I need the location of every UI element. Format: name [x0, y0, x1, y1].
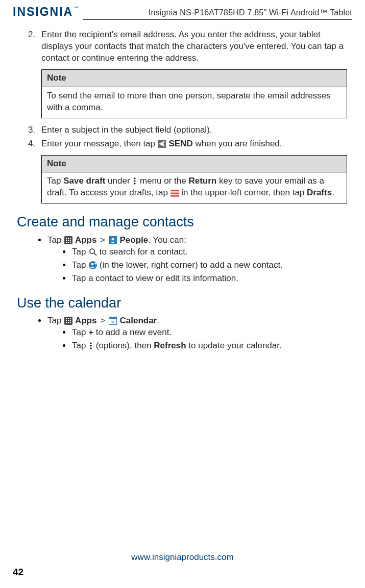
- svg-point-9: [67, 237, 69, 239]
- note-box-2: Note Tap Save draft under menu or the Re…: [41, 155, 347, 204]
- note-body: Tap Save draft under menu or the Return …: [42, 172, 347, 203]
- text-segment: .: [157, 316, 159, 325]
- section-heading-contacts: Create and manage contacts: [17, 213, 348, 231]
- svg-point-18: [112, 238, 114, 240]
- list-item: Tap Apps > People. You can: Tap to searc…: [38, 235, 348, 285]
- save-draft-label: Save draft: [63, 176, 105, 186]
- people-label: People: [119, 235, 148, 245]
- note-body: To send the email to more than one perso…: [42, 87, 347, 118]
- send-icon: [158, 139, 166, 148]
- add-contact-icon: [88, 261, 97, 269]
- list-item: Tap to search for a contact.: [63, 246, 348, 258]
- svg-point-30: [67, 320, 69, 322]
- svg-point-21: [89, 261, 97, 269]
- svg-point-34: [69, 322, 71, 324]
- text-segment: (in the lower, right corner) to add a ne…: [97, 260, 283, 270]
- step-number: 4.: [28, 138, 41, 150]
- calendar-icon: 31: [109, 316, 117, 325]
- note-box-1: Note To send the email to more than one …: [41, 69, 347, 118]
- calendar-sublist: Tap + to add a new event. Tap (options),…: [63, 327, 348, 352]
- text-segment: to update your calendar.: [186, 341, 282, 350]
- list-item: Tap a contact to view or edit its inform…: [63, 273, 348, 285]
- step-number: 3.: [28, 124, 41, 136]
- menu-dots-icon: [88, 341, 93, 350]
- step-list-b: 3. Enter a subject in the subject field …: [28, 124, 348, 150]
- list-item: Tap + to add a new event.: [63, 327, 348, 339]
- apps-icon: [64, 316, 72, 325]
- svg-point-10: [69, 237, 71, 239]
- list-item: Tap Apps > 31 Calendar. Tap + to add a n…: [38, 315, 348, 352]
- text-segment: (options), then: [93, 341, 154, 350]
- svg-point-32: [65, 322, 67, 324]
- svg-point-3: [134, 183, 136, 185]
- brand-text: INSIGNIA: [13, 4, 73, 20]
- section-heading-calendar: Use the calendar: [17, 294, 348, 312]
- text-segment: Tap: [47, 235, 64, 245]
- text-segment: Tap: [47, 316, 64, 325]
- contacts-list: Tap Apps > People. You can: Tap to searc…: [38, 235, 348, 285]
- brand-logo: INSIGNIA™: [13, 4, 78, 20]
- text-segment: Tap: [72, 247, 88, 257]
- calendar-label: Calendar: [119, 316, 157, 325]
- svg-point-33: [67, 322, 69, 324]
- product-title: Insignia NS-P16AT785HD 7.85" Wi-Fi Andro…: [149, 7, 352, 18]
- text-segment: Enter your message, then tap: [41, 139, 158, 148]
- text-segment: to search for a contact.: [97, 247, 188, 257]
- plus-label: +: [88, 327, 93, 337]
- svg-point-38: [90, 342, 92, 344]
- svg-point-1: [134, 178, 136, 180]
- return-key-label: Return: [188, 176, 216, 186]
- step-text: Enter your message, then tap SEND when y…: [41, 138, 348, 150]
- step-3: 3. Enter a subject in the subject field …: [28, 124, 348, 136]
- svg-point-14: [65, 241, 67, 243]
- text-segment: when you are finished.: [193, 139, 282, 148]
- text-segment: Tap: [72, 327, 88, 337]
- text-segment: in the upper-left corner, then tap: [179, 188, 307, 197]
- contacts-sublist: Tap to search for a contact. Tap (in the…: [63, 246, 348, 285]
- trademark-symbol: ™: [74, 5, 78, 11]
- text-segment: Tap: [72, 260, 88, 270]
- svg-point-31: [69, 320, 71, 322]
- search-icon: [88, 247, 97, 256]
- text-segment: .: [332, 188, 334, 197]
- svg-point-39: [90, 345, 92, 346]
- apps-icon: [64, 236, 72, 244]
- svg-rect-24: [95, 262, 95, 264]
- svg-text:31: 31: [111, 320, 115, 324]
- svg-point-22: [91, 263, 93, 265]
- svg-rect-4: [171, 190, 179, 192]
- list-item: Tap (options), then Refresh to update yo…: [63, 340, 348, 352]
- svg-point-11: [65, 239, 67, 241]
- footer-url: www.insigniaproducts.com: [13, 552, 352, 564]
- list-item: Tap (in the lower, right corner) to add …: [63, 260, 348, 271]
- svg-point-2: [134, 181, 136, 182]
- apps-label: Apps: [75, 235, 97, 245]
- svg-point-40: [90, 347, 92, 349]
- step-number: 2.: [28, 29, 41, 64]
- breadcrumb-separator: >: [96, 235, 108, 245]
- step-2: 2. Enter the recipient's email address. …: [28, 29, 348, 64]
- svg-rect-6: [171, 195, 179, 197]
- page-header: INSIGNIA™ Insignia NS-P16AT785HD 7.85" W…: [13, 4, 352, 20]
- page-number: 42: [13, 566, 352, 579]
- text-segment: Tap: [47, 176, 63, 186]
- svg-rect-5: [171, 193, 179, 194]
- svg-line-20: [94, 253, 96, 255]
- step-text: Enter a subject in the subject field (op…: [41, 124, 348, 136]
- svg-point-13: [69, 239, 71, 241]
- svg-point-29: [65, 320, 67, 322]
- apps-label: Apps: [75, 316, 97, 325]
- svg-point-28: [69, 318, 71, 320]
- send-label: SEND: [168, 139, 192, 148]
- step-text: Enter the recipient's email address. As …: [41, 29, 348, 64]
- svg-point-8: [65, 237, 67, 239]
- breadcrumb-separator: >: [96, 316, 108, 325]
- svg-point-12: [67, 239, 69, 241]
- menu-dots-icon: [132, 177, 137, 186]
- text-segment: Tap: [72, 341, 88, 350]
- text-segment: to add a new event.: [93, 327, 172, 337]
- drafts-label: Drafts: [307, 188, 332, 197]
- people-icon: [109, 236, 117, 244]
- hamburger-icon: [171, 189, 179, 198]
- page-footer: www.insigniaproducts.com 42: [13, 552, 352, 579]
